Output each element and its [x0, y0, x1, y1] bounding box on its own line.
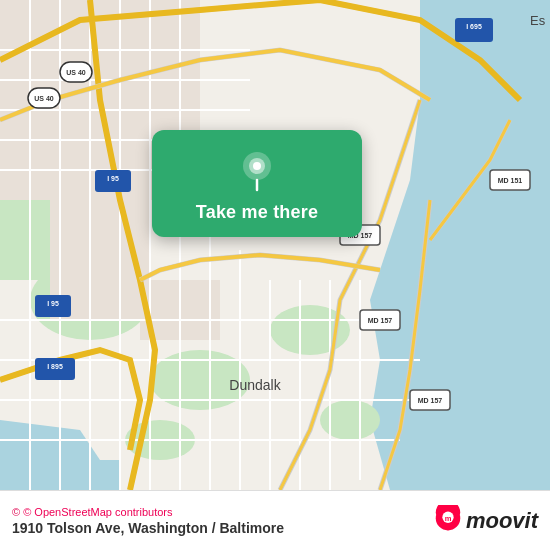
svg-text:MD 157: MD 157 [418, 397, 443, 404]
svg-text:I 95: I 95 [47, 300, 59, 307]
svg-rect-34 [455, 18, 493, 42]
address-label: 1910 Tolson Ave, Washington / Baltimore [12, 520, 284, 536]
location-popup: Take me there [152, 130, 362, 237]
bottom-bar: © © OpenStreetMap contributors 1910 Tols… [0, 490, 550, 550]
svg-text:MD 151: MD 151 [498, 177, 523, 184]
svg-text:I 895: I 895 [47, 363, 63, 370]
svg-text:m: m [445, 514, 452, 523]
svg-text:US 40: US 40 [66, 69, 86, 76]
svg-text:I 95: I 95 [107, 175, 119, 182]
svg-text:I 695: I 695 [466, 23, 482, 30]
svg-text:Dundalk: Dundalk [229, 377, 281, 393]
moovit-brand-name: moovit [466, 508, 538, 534]
svg-text:US 40: US 40 [34, 95, 54, 102]
osm-credit: © © OpenStreetMap contributors [12, 506, 284, 518]
location-pin-icon [235, 148, 279, 192]
moovit-logo: m moovit [434, 505, 538, 537]
take-me-there-button[interactable]: Take me there [196, 202, 318, 223]
svg-text:MD 157: MD 157 [368, 317, 393, 324]
map-view: I 695 I 95 I 95 I 895 US 40 US 40 MD 157… [0, 0, 550, 490]
svg-point-58 [253, 162, 261, 170]
moovit-pin-icon: m [434, 505, 462, 537]
svg-text:Es: Es [530, 13, 546, 28]
